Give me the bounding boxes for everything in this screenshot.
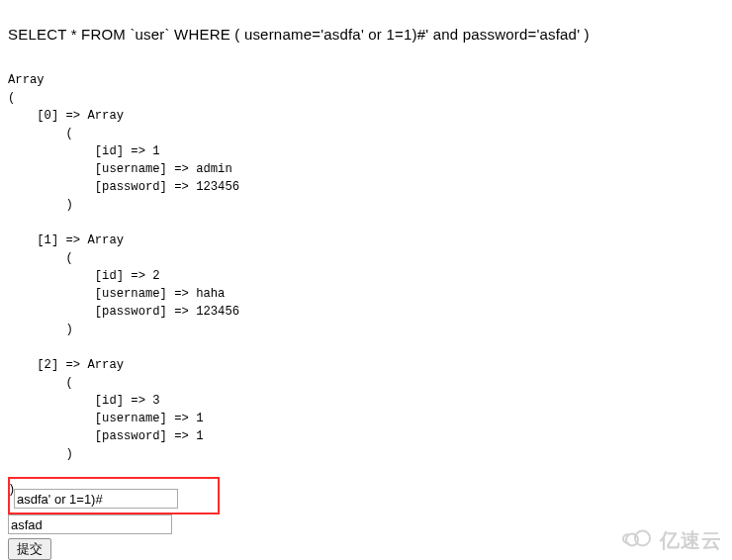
watermark: 亿速云 — [620, 527, 722, 554]
submit-button[interactable]: 提交 — [8, 538, 51, 560]
highlight-rectangle — [8, 477, 220, 514]
username-input[interactable] — [14, 489, 178, 509]
sql-query-statement: SELECT * FROM `user` WHERE ( username='a… — [8, 26, 590, 43]
password-input[interactable] — [8, 514, 172, 534]
login-form: 提交 — [8, 477, 220, 560]
svg-point-0 — [626, 534, 638, 546]
php-array-dump: Array ( [0] => Array ( [id] => 1 [userna… — [8, 71, 239, 499]
cloud-icon — [620, 527, 656, 554]
svg-point-1 — [635, 531, 650, 546]
watermark-text: 亿速云 — [660, 527, 722, 554]
